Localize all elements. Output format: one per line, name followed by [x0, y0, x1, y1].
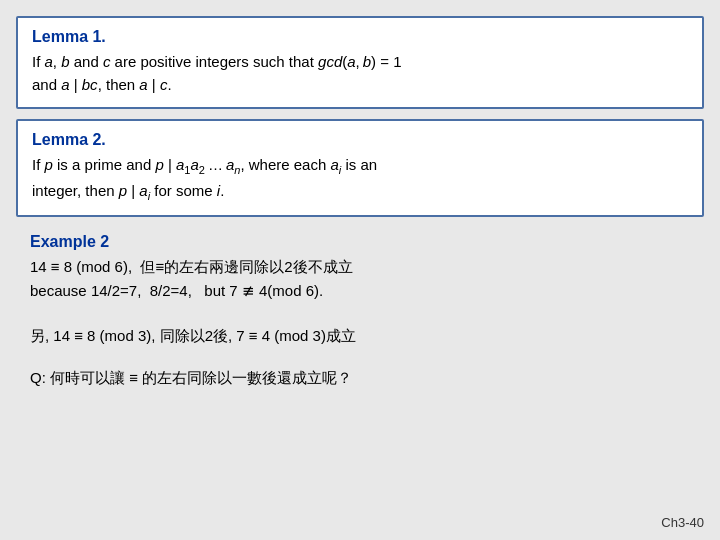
lemma1-content: If a, b and c are positive integers such…	[32, 50, 688, 97]
example2-line1: 14 ≡ 8 (mod 6), 但≡的左右兩邊同除以2後不成立	[30, 258, 353, 275]
lemma2-content: If p is a prime and p | a1a2 … an, where…	[32, 153, 688, 205]
mod3-line: 另, 14 ≡ 8 (mod 3), 同除以2後, 7 ≡ 4 (mod 3)成…	[30, 327, 356, 344]
lemma2-line2: integer, then p | ai for some i.	[32, 182, 224, 199]
lemma2-box: Lemma 2. If p is a prime and p | a1a2 … …	[16, 119, 704, 217]
lemma2-line1: If p is a prime and p | a1a2 … an, where…	[32, 156, 377, 173]
question-block: Q: 何時可以讓 ≡ 的左右同除以一數後還成立呢？	[16, 362, 704, 394]
mod3-block: 另, 14 ≡ 8 (mod 3), 同除以2後, 7 ≡ 4 (mod 3)成…	[16, 320, 704, 352]
example2-line2: because 14/2=7, 8/2=4, but 7 ≢ 4(mod 6).	[30, 282, 323, 299]
example2-block: Example 2 14 ≡ 8 (mod 6), 但≡的左右兩邊同除以2後不成…	[16, 227, 704, 311]
question-text: Q: 何時可以讓 ≡ 的左右同除以一數後還成立呢？	[30, 369, 352, 386]
lemma2-title: Lemma 2.	[32, 131, 688, 149]
lemma1-line1: If a, b and c are positive integers such…	[32, 53, 402, 70]
example2-title: Example 2	[30, 233, 690, 251]
page-ref: Ch3-40	[661, 515, 704, 530]
lemma1-box: Lemma 1. If a, b and c are positive inte…	[16, 16, 704, 109]
lemma1-title: Lemma 1.	[32, 28, 688, 46]
main-container: Lemma 1. If a, b and c are positive inte…	[16, 16, 704, 394]
example2-content: 14 ≡ 8 (mod 6), 但≡的左右兩邊同除以2後不成立 because …	[30, 255, 690, 305]
lemma1-line2: and a | bc, then a | c.	[32, 76, 172, 93]
